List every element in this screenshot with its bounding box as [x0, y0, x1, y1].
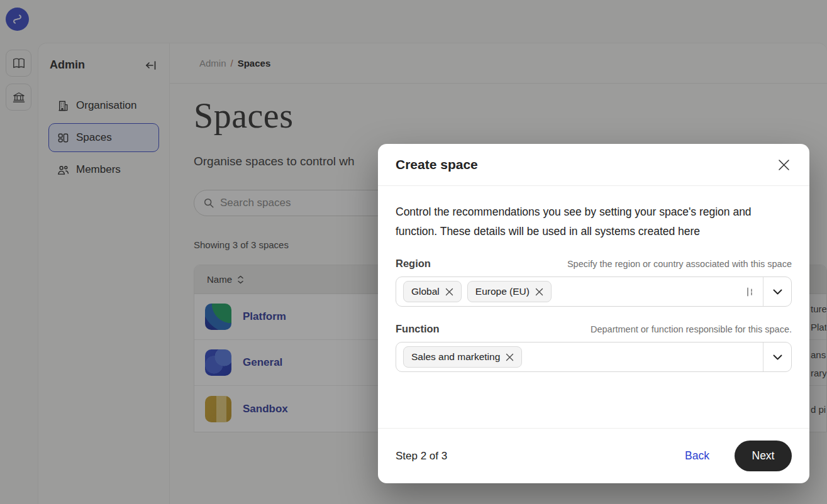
- region-label: Region: [396, 258, 431, 270]
- region-dropdown-toggle[interactable]: [763, 289, 791, 295]
- region-combobox[interactable]: Global Europe (EU): [396, 277, 792, 307]
- remove-tag-icon[interactable]: [535, 288, 543, 296]
- function-dropdown-toggle[interactable]: [763, 354, 791, 360]
- chevron-down-icon: [773, 289, 782, 295]
- modal-footer: Step 2 of 3 Back Next: [378, 428, 809, 483]
- region-field: Region Specify the region or country ass…: [396, 258, 792, 307]
- tag-label: Europe (EU): [475, 286, 530, 297]
- tag-label: Global: [411, 286, 440, 297]
- remove-tag-icon[interactable]: [445, 288, 453, 296]
- function-label: Function: [396, 323, 440, 335]
- close-icon: [777, 158, 791, 172]
- step-indicator: Step 2 of 3: [396, 450, 447, 463]
- function-hint: Department or function responsible for t…: [591, 324, 792, 334]
- region-tag-global: Global: [403, 281, 462, 302]
- remove-tag-icon[interactable]: [506, 353, 514, 361]
- text-cursor-icon: [746, 287, 754, 297]
- modal-description: Control the recommendations you see by s…: [396, 202, 779, 241]
- next-button[interactable]: Next: [735, 441, 792, 471]
- tag-label: Sales and marketing: [411, 351, 500, 363]
- function-combobox[interactable]: Sales and marketing: [396, 342, 792, 372]
- region-hint: Specify the region or country associated…: [567, 259, 792, 269]
- close-button[interactable]: [775, 156, 793, 174]
- create-space-modal: Create space Control the recommendations…: [378, 144, 809, 483]
- modal-title: Create space: [396, 157, 478, 172]
- function-tag-sales: Sales and marketing: [403, 346, 522, 368]
- chevron-down-icon: [773, 354, 782, 360]
- region-tag-europe: Europe (EU): [467, 281, 552, 302]
- back-button[interactable]: Back: [685, 449, 709, 463]
- function-field: Function Department or function responsi…: [396, 323, 792, 372]
